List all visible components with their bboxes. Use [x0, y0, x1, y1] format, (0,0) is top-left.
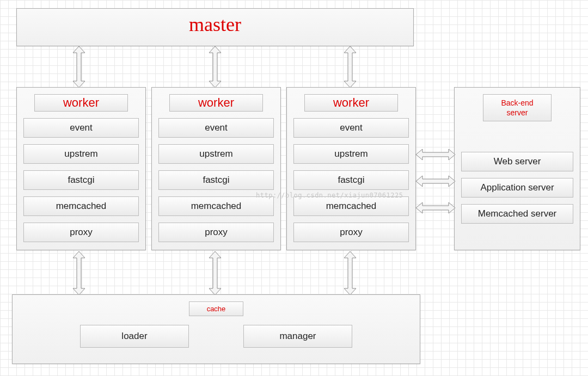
- worker-title-3: worker: [304, 94, 398, 112]
- watermark-text: http://blog.csdn.net/xiajun07061225: [256, 192, 403, 199]
- worker-3-module-fastcgi: fastcgi: [293, 170, 409, 190]
- worker-1-module-proxy: proxy: [23, 223, 139, 242]
- backend-title: Back-end server: [483, 94, 552, 121]
- backend-module-web: Web server: [461, 152, 573, 171]
- cache-title: cache: [189, 301, 243, 316]
- worker-1-module-fastcgi: fastcgi: [23, 170, 139, 190]
- arrow-worker-2-cache: [207, 251, 223, 295]
- arrow-memcached-memcachedserver: [416, 201, 455, 215]
- worker-box-2: worker event upstrem fastcgi memcached p…: [151, 87, 281, 250]
- arrow-worker-1-cache: [71, 251, 87, 295]
- arrow-worker-3-cache: [342, 251, 358, 295]
- worker-title-2: worker: [169, 94, 263, 112]
- worker-3-module-memcached: memcached: [293, 196, 409, 216]
- worker-2-module-event: event: [158, 118, 274, 138]
- master-box: master: [16, 8, 414, 46]
- cache-box: cache loader manager: [12, 294, 420, 364]
- worker-box-3: worker event upstrem fastcgi memcached p…: [286, 87, 416, 250]
- worker-3-module-upstream: upstrem: [293, 144, 409, 164]
- worker-2-module-upstream: upstrem: [158, 144, 274, 164]
- backend-box: Back-end server Web server Application s…: [454, 87, 580, 250]
- cache-module-manager: manager: [243, 325, 352, 348]
- backend-module-memcached: Memcached server: [461, 204, 573, 224]
- worker-2-module-proxy: proxy: [158, 223, 274, 242]
- worker-2-module-memcached: memcached: [158, 196, 274, 216]
- arrow-master-worker-2: [207, 46, 223, 88]
- worker-title-1: worker: [34, 94, 128, 112]
- backend-module-app: Application server: [461, 178, 573, 198]
- arrow-upstream-webserver: [416, 147, 455, 162]
- worker-2-module-fastcgi: fastcgi: [158, 170, 274, 190]
- worker-1-module-upstream: upstrem: [23, 144, 139, 164]
- arrow-fastcgi-appserver: [416, 174, 455, 188]
- arrow-master-worker-3: [342, 46, 358, 88]
- master-label: master: [189, 13, 241, 36]
- worker-1-module-event: event: [23, 118, 139, 138]
- arrow-master-worker-1: [71, 46, 87, 88]
- cache-module-loader: loader: [80, 325, 189, 348]
- worker-box-1: worker event upstrem fastcgi memcached p…: [16, 87, 146, 250]
- worker-3-module-proxy: proxy: [293, 223, 409, 242]
- worker-1-module-memcached: memcached: [23, 196, 139, 216]
- worker-3-module-event: event: [293, 118, 409, 138]
